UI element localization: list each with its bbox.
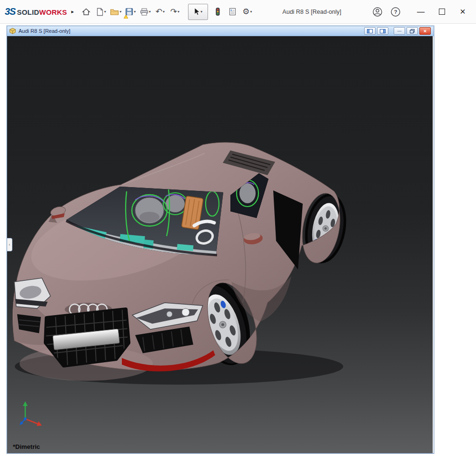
redo-dropdown-arrow[interactable]: ▾ (178, 10, 179, 14)
gear-icon: ⚙ (242, 8, 249, 16)
help-button[interactable]: ? (388, 4, 403, 20)
document-window: Audi R8 S [Read-only] — × (7, 26, 434, 454)
solidworks-logo: 3S SOLIDWORKS (5, 6, 67, 17)
doc-close-button[interactable]: × (419, 27, 431, 35)
logo-works-text: WORKS (39, 8, 67, 16)
home-button[interactable] (79, 4, 93, 20)
open-folder-icon (110, 8, 119, 16)
print-icon (140, 8, 149, 16)
maximize-icon (439, 9, 445, 15)
doc-minimize-button[interactable]: — (394, 27, 405, 35)
document-titlebar[interactable]: Audi R8 S [Read-only] — × (7, 26, 434, 36)
3ds-logo-mark: 3S (5, 6, 15, 17)
file-properties-icon (229, 8, 236, 16)
app-minimize-button[interactable]: — (412, 3, 429, 20)
print-button[interactable]: ▾ (138, 4, 152, 20)
logo-solid-text: SOLID (17, 8, 39, 16)
undo-icon: ↶ (156, 8, 162, 16)
save-button[interactable]: ▾ (123, 4, 138, 20)
home-icon (82, 8, 90, 16)
x-axis (25, 419, 39, 424)
redo-button[interactable]: ↷ ▾ (168, 4, 182, 20)
reference-triad (17, 400, 50, 429)
doc-restore-button[interactable] (407, 27, 418, 35)
select-tool-button[interactable]: ▾ (188, 4, 208, 20)
app-maximize-button[interactable] (433, 3, 450, 20)
save-dropdown-arrow[interactable]: ▾ (134, 10, 136, 14)
status-lights-button[interactable] (210, 4, 225, 20)
help-icon: ? (390, 7, 401, 17)
save-warning-icon (124, 15, 128, 19)
view-orientation-label: *Dimetric (13, 443, 40, 450)
traffic-light-icon (216, 8, 220, 16)
file-properties-button[interactable] (225, 4, 239, 20)
undo-dropdown-arrow[interactable]: ▾ (163, 10, 165, 14)
pane-toggle-right-button[interactable] (377, 27, 388, 35)
select-dropdown-arrow[interactable]: ▾ (200, 10, 202, 14)
open-button[interactable]: ▾ (109, 4, 123, 20)
restore-icon (410, 29, 415, 33)
document-title: Audi R8 S [Read-only] (19, 28, 70, 34)
print-dropdown-arrow[interactable]: ▾ (149, 10, 151, 14)
user-account-button[interactable] (370, 4, 385, 20)
user-account-icon (372, 7, 383, 17)
new-document-icon (96, 8, 104, 16)
undo-button[interactable]: ↶ ▾ (153, 4, 167, 20)
pane-left-icon (367, 29, 373, 33)
redo-icon: ↷ (170, 8, 177, 16)
app-close-button[interactable]: × (454, 3, 471, 20)
svg-text:?: ? (394, 9, 397, 15)
pane-toggle-left-button[interactable] (364, 27, 376, 35)
menu-flyout-arrow[interactable]: ▸ (71, 9, 74, 15)
select-cursor-icon (194, 8, 200, 16)
app-titlebar: 3S SOLIDWORKS ▸ ▾ ▾ ▾ ▾ ↶ ▾ ↷ ▾ ▾ (0, 0, 476, 24)
part-document-icon (9, 28, 16, 34)
new-dropdown-arrow[interactable]: ▾ (104, 10, 106, 14)
app-title: Audi R8 S [Read-only] (282, 9, 341, 15)
open-dropdown-arrow[interactable]: ▾ (119, 10, 121, 14)
pane-right-icon (380, 29, 386, 33)
options-dropdown-arrow[interactable]: ▾ (250, 10, 252, 14)
graphics-viewport[interactable]: *Dimetric ‹ (7, 36, 433, 453)
feature-manager-collapse-tab[interactable]: ‹ (7, 238, 12, 251)
model-3d-audi-r8[interactable] (7, 36, 433, 453)
options-button[interactable]: ⚙ ▾ (240, 4, 254, 20)
new-document-button[interactable]: ▾ (94, 4, 108, 20)
